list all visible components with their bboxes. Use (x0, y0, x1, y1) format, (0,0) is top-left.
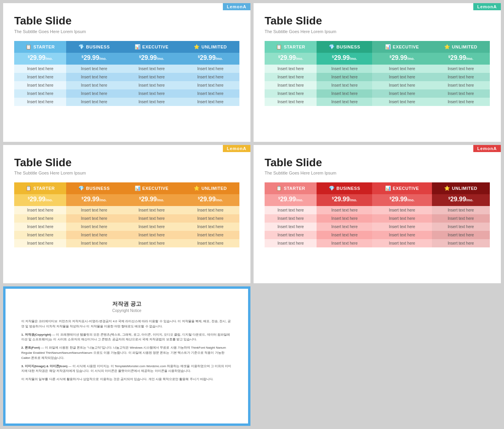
col-header-executive-blue: 📊EXECUTIVE (122, 41, 181, 53)
slide-subtitle-blue: The Subtitle Goes Here Lorem Ipsum (14, 29, 239, 34)
slide-subtitle-green: The Subtitle Goes Here Lorem Ipsum (265, 29, 490, 34)
table-row: Insert text here Insert text here Insert… (265, 206, 490, 214)
table-row: Insert text here Insert text here Insert… (265, 231, 490, 239)
cell: Insert text here (317, 206, 372, 214)
cell: Insert text here (265, 65, 317, 73)
cell: Insert text here (317, 239, 372, 247)
cell: Insert text here (122, 65, 181, 73)
cell: Insert text here (122, 206, 181, 214)
cell: Insert text here (432, 73, 490, 81)
cell: Insert text here (372, 223, 432, 231)
col-header-starter-green: 📋STARTER (265, 41, 317, 53)
table-row: Insert text here Insert text here Insert… (14, 65, 239, 73)
cell: Insert text here (372, 73, 432, 81)
cell: Insert text here (432, 223, 490, 231)
cell: Insert text here (66, 239, 122, 247)
cell: Insert text here (66, 223, 122, 231)
cell: Insert text here (66, 98, 122, 106)
copyright-paragraph: 3. 이미지(Image) & 아이콘(Icon) — 이 서식에 사용된 이미… (21, 364, 232, 374)
col-header-executive-yellow: 📊EXECUTIVE (122, 182, 181, 194)
col-header-unlimited-blue: ⭐UNLIMITED (182, 41, 239, 53)
price-executive-red: $29.99/mo. (372, 194, 432, 206)
slide-yellow: LemonA Table Slide The Subtitle Goes Her… (3, 145, 250, 284)
table-row: Insert text here Insert text here Insert… (14, 214, 239, 223)
copyright-paragraph: 이 저작물은 크리에이티브 커먼즈의 저작자표시-비영리-변경금지 4.0 국제… (21, 319, 232, 329)
cell: Insert text here (14, 89, 66, 98)
cell: Insert text here (14, 223, 66, 231)
cell: Insert text here (14, 239, 66, 247)
cell: Insert text here (66, 81, 122, 89)
cell: Insert text here (372, 89, 432, 98)
cell: Insert text here (372, 98, 432, 106)
cell: Insert text here (317, 223, 372, 231)
cell: Insert text here (317, 73, 372, 81)
slide-red: LemonA Table Slide The Subtitle Goes Her… (254, 145, 501, 284)
col-header-unlimited-green: ⭐UNLIMITED (432, 41, 490, 53)
slide-badge-green: LemonA (473, 3, 501, 10)
cell: Insert text here (372, 206, 432, 214)
cell: Insert text here (432, 65, 490, 73)
table-row: Insert text here Insert text here Insert… (265, 73, 490, 81)
cell: Insert text here (265, 81, 317, 89)
pricing-table-yellow: 📋STARTER 💎BUSINESS 📊EXECUTIVE ⭐UNLIMITED… (14, 182, 239, 247)
cell: Insert text here (182, 206, 239, 214)
cell: Insert text here (265, 223, 317, 231)
price-executive-yellow: $29.99/mo. (122, 194, 181, 206)
copyright-subtitle: Copyright Notice (21, 308, 232, 313)
price-unlimited-red: $29.99/mo. (432, 194, 490, 206)
cell: Insert text here (182, 239, 239, 247)
cell: Insert text here (432, 231, 490, 239)
slide-subtitle-red: The Subtitle Goes Here Lorem Ipsum (265, 171, 490, 175)
cell: Insert text here (317, 98, 372, 106)
cell: Insert text here (122, 98, 181, 106)
cell: Insert text here (66, 231, 122, 239)
cell: Insert text here (122, 231, 181, 239)
table-row: Insert text here Insert text here Insert… (14, 73, 239, 81)
cell: Insert text here (317, 81, 372, 89)
copyright-paragraph: 2. 폰트(Font) — 이 파일에 사용된 한글 폰트는 "나눔고딕"입니다… (21, 345, 232, 360)
cell: Insert text here (182, 223, 239, 231)
copyright-body: 이 저작물은 크리에이티브 커먼즈의 저작자표시-비영리-변경금지 4.0 국제… (21, 319, 232, 382)
price-unlimited-yellow: $29.99/mo. (182, 194, 239, 206)
cell: Insert text here (182, 231, 239, 239)
cell: Insert text here (14, 81, 66, 89)
slide-title-red: Table Slide (265, 156, 490, 169)
table-row: Insert text here Insert text here Insert… (14, 89, 239, 98)
slide-title-yellow: Table Slide (14, 156, 239, 169)
price-business-blue: $29.99/mo. (66, 53, 122, 65)
table-row: Insert text here Insert text here Insert… (14, 206, 239, 214)
cell: Insert text here (265, 73, 317, 81)
table-row: Insert text here Insert text here Insert… (265, 81, 490, 89)
pricing-table-green: 📋STARTER 💎BUSINESS 📊EXECUTIVE ⭐UNLIMITED… (265, 41, 490, 106)
copyright-paragraph: 이 저작물의 일부를 다른 서식에 활용하거나 상업적으로 이용하는 것은 금지… (21, 377, 232, 382)
slide-title-blue: Table Slide (14, 14, 239, 28)
cell: Insert text here (432, 206, 490, 214)
table-row: Insert text here Insert text here Insert… (265, 223, 490, 231)
price-executive-green: $29.99/mo. (372, 53, 432, 65)
cell: Insert text here (317, 214, 372, 223)
table-row: Insert text here Insert text here Insert… (265, 89, 490, 98)
price-business-red: $29.99/mo. (317, 194, 372, 206)
empty-area (254, 286, 501, 426)
col-header-executive-red: 📊EXECUTIVE (372, 182, 432, 194)
price-starter-blue: $29.99/mo. (14, 53, 66, 65)
cell: Insert text here (372, 231, 432, 239)
cell: Insert text here (182, 98, 239, 106)
cell: Insert text here (372, 214, 432, 223)
col-header-unlimited-yellow: ⭐UNLIMITED (182, 182, 239, 194)
cell: Insert text here (122, 239, 181, 247)
slide-subtitle-yellow: The Subtitle Goes Here Lorem Ipsum (14, 171, 239, 175)
col-header-starter-yellow: 📋STARTER (14, 182, 66, 194)
copyright-paragraph: 1. 저작권(Copyright) — 이 프레젠테이션 템플릿의 모든 콘텐츠… (21, 332, 232, 343)
slide-badge-blue: LemonA (223, 3, 250, 10)
col-header-business-green: 💎BUSINESS (317, 41, 372, 53)
table-row: Insert text here Insert text here Insert… (14, 81, 239, 89)
cell: Insert text here (14, 231, 66, 239)
cell: Insert text here (317, 231, 372, 239)
cell: Insert text here (122, 214, 181, 223)
price-unlimited-blue: $29.99/mo. (182, 53, 239, 65)
cell: Insert text here (14, 214, 66, 223)
col-header-unlimited-red: ⭐UNLIMITED (432, 182, 490, 194)
cell: Insert text here (14, 73, 66, 81)
cell: Insert text here (66, 214, 122, 223)
